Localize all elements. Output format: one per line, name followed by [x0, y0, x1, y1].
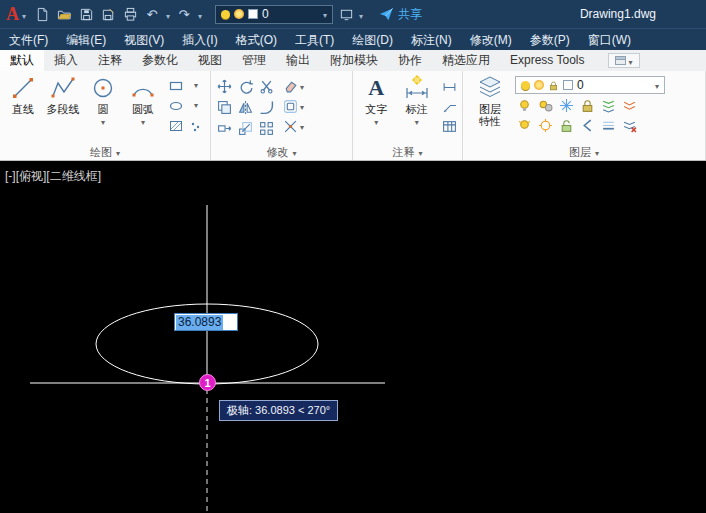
rotate-icon[interactable] — [236, 77, 254, 95]
menu-tools[interactable]: 工具(T) — [286, 29, 343, 51]
menu-insert[interactable]: 插入(I) — [173, 29, 226, 51]
line-tool[interactable]: 直线 — [4, 74, 42, 115]
copy-icon[interactable] — [215, 98, 233, 116]
tab-annotate[interactable]: 注释 — [88, 50, 132, 71]
ribbon: 直线 多段线 圆 — [0, 71, 706, 161]
chevron-down-icon — [655, 79, 659, 91]
tab-insert[interactable]: 插入 — [44, 50, 88, 71]
circle-tool[interactable]: 圆 — [84, 74, 122, 127]
new-file-icon[interactable] — [34, 6, 50, 22]
undo-icon[interactable]: ↶ — [144, 6, 160, 22]
title-bar: A ↶ ↷ — [0, 0, 706, 28]
text-tool[interactable]: A 文字 — [357, 74, 396, 127]
save-icon[interactable] — [78, 6, 94, 22]
tab-parametric[interactable]: 参数化 — [132, 50, 188, 71]
layer-lock-icon[interactable] — [578, 96, 596, 114]
layers-panel-footer[interactable]: 图层 — [463, 144, 705, 160]
menu-modify[interactable]: 修改(M) — [461, 29, 521, 51]
layer-on-icon[interactable] — [515, 116, 533, 134]
titlebar-layer-combo[interactable]: 0 — [215, 5, 333, 24]
tab-addins[interactable]: 附加模块 — [320, 50, 388, 71]
menu-edit[interactable]: 编辑(E) — [57, 29, 115, 51]
ribbon-display-toggle[interactable] — [608, 53, 639, 68]
app-menu-button[interactable]: A — [6, 5, 26, 23]
menu-view[interactable]: 视图(V) — [115, 29, 173, 51]
chevron-down-icon[interactable] — [300, 121, 304, 132]
layer-prev-icon[interactable] — [578, 116, 596, 134]
linear-dimension-icon[interactable] — [440, 77, 458, 95]
share-button[interactable]: 共享 — [378, 6, 422, 23]
undo-dropdown-icon[interactable] — [166, 6, 170, 22]
menu-parametric[interactable]: 参数(P) — [521, 29, 579, 51]
menu-format[interactable]: 格式(O) — [227, 29, 286, 51]
hatch-icon[interactable] — [167, 117, 185, 135]
mirror-icon[interactable] — [236, 98, 254, 116]
menu-file[interactable]: 文件(F) — [0, 29, 57, 51]
rectangle-icon[interactable] — [167, 77, 185, 95]
menu-window[interactable]: 窗口(W) — [579, 29, 640, 51]
erase-icon[interactable] — [281, 77, 299, 95]
drawing-canvas[interactable]: [-][俯视][二维线框] 36.0893 1 极轴: 36.0893 < 27… — [0, 161, 706, 513]
ellipse-tool-icon[interactable] — [167, 97, 185, 115]
stretch-icon[interactable] — [215, 119, 233, 137]
tab-express-tools[interactable]: Express Tools — [500, 50, 594, 71]
chevron-down-icon[interactable] — [300, 81, 304, 92]
trim-icon[interactable] — [257, 77, 275, 95]
array-icon[interactable] — [257, 119, 275, 137]
paper-plane-icon — [378, 6, 394, 22]
redo-icon[interactable]: ↷ — [176, 6, 192, 22]
chevron-down-icon[interactable] — [187, 77, 205, 95]
panel-icon — [615, 56, 626, 65]
tab-collaborate[interactable]: 协作 — [388, 50, 432, 71]
layer-freeze-icon[interactable] — [557, 96, 575, 114]
workspace-dropdown-icon[interactable] — [359, 6, 363, 22]
dimension-tool[interactable]: 标注 — [398, 74, 437, 127]
tab-featured-apps[interactable]: 精选应用 — [432, 50, 500, 71]
tab-view[interactable]: 视图 — [188, 50, 232, 71]
layer-select-combo[interactable]: 0 — [515, 76, 665, 94]
point-icon[interactable] — [187, 117, 205, 135]
chevron-down-icon[interactable] — [187, 97, 205, 115]
polyline-tool[interactable]: 多段线 — [44, 74, 82, 115]
table-icon[interactable] — [440, 117, 458, 135]
tab-manage[interactable]: 管理 — [232, 50, 276, 71]
chevron-down-icon[interactable] — [300, 101, 304, 112]
fillet-icon[interactable] — [257, 98, 275, 116]
layer-match-icon[interactable] — [599, 96, 617, 114]
layer-walk-icon[interactable] — [620, 96, 638, 114]
layer-unlock-icon[interactable] — [557, 116, 575, 134]
redo-dropdown-icon[interactable] — [198, 6, 202, 22]
dynamic-input-field[interactable]: 36.0893 — [174, 313, 238, 331]
draw-panel-footer[interactable]: 绘图 — [0, 144, 210, 160]
layer-thaw-icon[interactable] — [536, 116, 554, 134]
layer-off-icon[interactable] — [515, 96, 533, 114]
chevron-down-icon[interactable] — [374, 116, 378, 127]
line-icon — [9, 74, 37, 102]
autocad-window: A ↶ ↷ — [0, 0, 706, 513]
chevron-down-icon[interactable] — [141, 116, 145, 127]
tab-output[interactable]: 输出 — [276, 50, 320, 71]
move-icon[interactable] — [215, 77, 233, 95]
arc-tool[interactable]: 圆弧 — [124, 74, 162, 127]
menu-dimension[interactable]: 标注(N) — [402, 29, 461, 51]
layer-state-tools-row2 — [515, 116, 665, 134]
layer-properties-tool[interactable]: 图层特性 — [467, 74, 513, 127]
viewport-controls[interactable]: [-][俯视][二维线框] — [5, 168, 101, 185]
scale-icon[interactable] — [236, 119, 254, 137]
save-as-icon[interactable] — [100, 6, 116, 22]
menu-draw[interactable]: 绘图(D) — [343, 29, 402, 51]
annotate-panel-footer[interactable]: 注释 — [353, 144, 462, 160]
layer-delete-icon[interactable] — [620, 116, 638, 134]
leader-icon[interactable] — [440, 97, 458, 115]
offset-icon[interactable] — [281, 97, 299, 115]
modify-panel-footer[interactable]: 修改 — [211, 144, 352, 160]
layer-merge-icon[interactable] — [599, 116, 617, 134]
chevron-down-icon[interactable] — [415, 116, 419, 127]
explode-icon[interactable] — [281, 117, 299, 135]
workspace-icon[interactable] — [338, 6, 354, 22]
open-folder-icon[interactable] — [56, 6, 72, 22]
print-icon[interactable] — [122, 6, 138, 22]
layer-isolate-icon[interactable] — [536, 96, 554, 114]
tab-home[interactable]: 默认 — [0, 50, 44, 71]
chevron-down-icon[interactable] — [101, 116, 105, 127]
